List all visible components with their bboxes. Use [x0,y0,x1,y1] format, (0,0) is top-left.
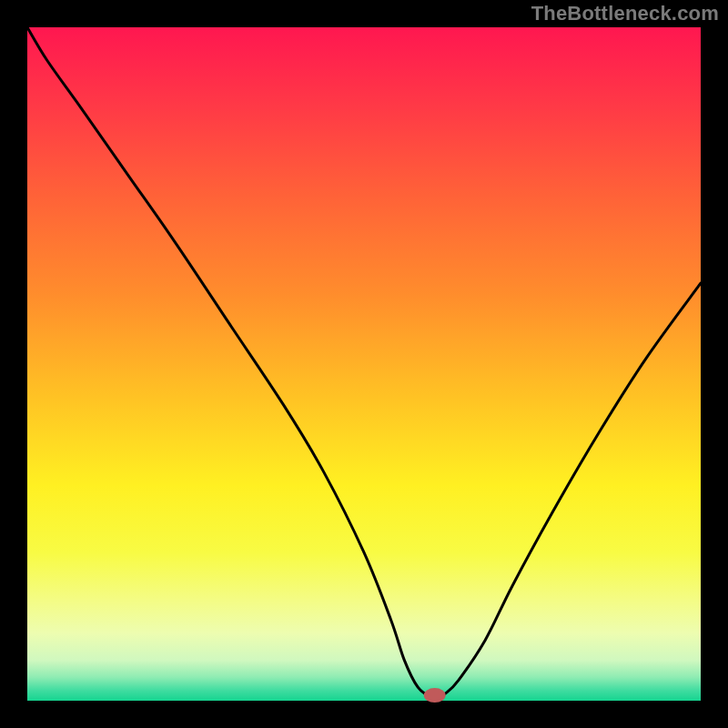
chart-stage: TheBottleneck.com [0,0,728,728]
watermark-label: TheBottleneck.com [531,2,719,25]
optimal-marker [424,688,446,703]
plot-area [27,27,701,701]
bottleneck-chart [0,0,728,728]
